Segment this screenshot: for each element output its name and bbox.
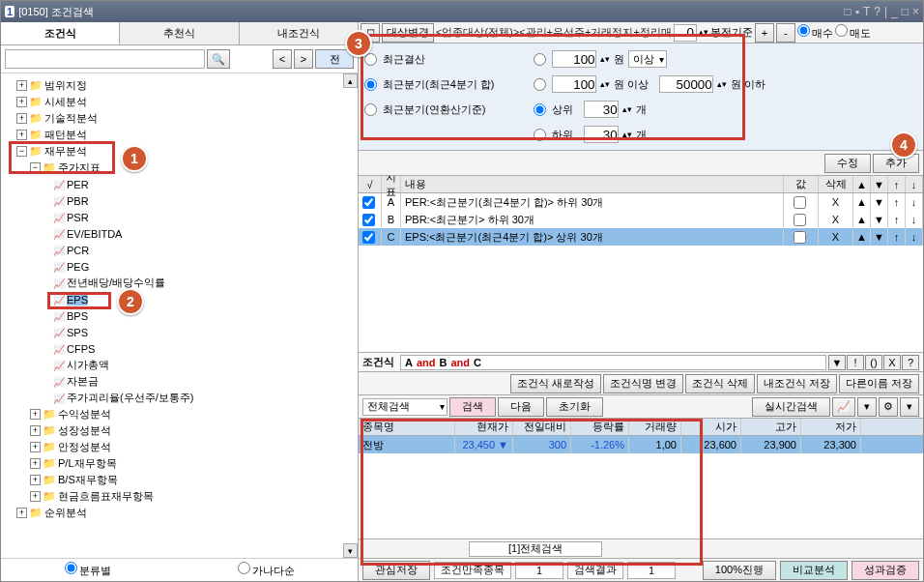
botn-input[interactable] [584, 126, 619, 143]
sort-alpha[interactable]: 가나다순 [238, 562, 295, 578]
rename-condition-button[interactable]: 조건식명 변경 [603, 374, 683, 393]
search-icon[interactable]: 🔍 [207, 49, 230, 69]
delete-icon[interactable]: X [819, 228, 853, 246]
compare-combo[interactable]: 이상 [628, 50, 667, 68]
tab-condition[interactable]: 조건식 [1, 22, 120, 44]
chart-icon [53, 245, 67, 256]
buy-radio[interactable]: 매수 [797, 24, 833, 41]
value-input-2b[interactable] [659, 75, 713, 93]
tree-group-technical: +기술적분석 [3, 110, 356, 127]
formula-not-icon[interactable]: ! [847, 355, 864, 370]
target-change-button[interactable]: 대상변경 [382, 23, 434, 43]
wc-2[interactable]: T [863, 5, 870, 18]
period-recent-close[interactable]: 최근결산 [364, 49, 495, 69]
value-input-1[interactable] [552, 50, 596, 68]
folder-icon [43, 441, 58, 453]
reset-button[interactable]: 초기화 [546, 397, 603, 417]
folder-icon [29, 79, 44, 92]
next-button[interactable]: > [294, 49, 313, 69]
chart-icon [53, 195, 67, 207]
sort-category[interactable]: 분류별 [65, 562, 111, 578]
target-path-bar: ◻ 대상변경 <업종대상(전체)><관리+우선주+거래정지+정리매 ▴▾ 봉전기… [359, 22, 923, 44]
minus-button[interactable]: - [776, 23, 795, 43]
delete-icon[interactable]: X [819, 211, 853, 228]
wc-1[interactable]: ▪ [855, 5, 859, 18]
wc-4[interactable]: | [884, 5, 887, 18]
formula-label: 조건식 [362, 355, 394, 369]
results-row[interactable]: 전방 23,450 ▼ 300 -1.26% 1,00 23,600 23,90… [359, 436, 923, 453]
gear-dd-icon[interactable]: ▾ [900, 397, 919, 417]
up-icon[interactable]: ▲ [853, 193, 871, 211]
tab-my-condition[interactable]: 내조건식 [240, 22, 358, 44]
window-num: 1 [5, 6, 14, 17]
bar-offset-input[interactable] [674, 24, 697, 42]
tab-recommended[interactable]: 추천식 [120, 22, 239, 44]
close-icon[interactable]: × [912, 5, 919, 18]
condition-header: √ 지표 내용 값 삭제 ▲ ▼ ↑ ↓ [359, 176, 923, 193]
formula-clear-icon[interactable]: X [883, 355, 901, 370]
tree-leaf-capital: 자본금 [3, 373, 356, 390]
condition-row-c[interactable]: C EPS:<최근분기(최근4분기 합)> 상위 30개 X ▲▼↑↓ [359, 228, 923, 246]
formula-help-icon[interactable]: ? [902, 355, 919, 370]
condition-tree[interactable]: ▴ +범위지정 +시세분석 +기술적분석 +패턴분석 −재무분석 −주가지표 P… [1, 73, 358, 558]
tree-leaf-eps: EPS [3, 291, 356, 307]
save-mycond-button[interactable]: 내조건식 저장 [757, 374, 837, 393]
formula-input[interactable]: AandBandC [400, 355, 826, 370]
realtime-button[interactable]: 실시간검색 [752, 397, 830, 417]
maximize-icon[interactable]: □ [902, 5, 909, 18]
prev-button[interactable]: < [273, 49, 292, 69]
progress-button[interactable]: 100%진행 [703, 561, 776, 580]
scroll-up-icon[interactable]: ▴ [343, 73, 358, 88]
search-button[interactable]: 검색 [449, 397, 496, 417]
scroll-down-icon[interactable]: ▾ [343, 543, 358, 558]
watchlist-save-button[interactable]: 관심저장 [362, 561, 430, 580]
results-tab-row: [1]전체검색 [359, 538, 923, 558]
verify-button[interactable]: 성과검증 [852, 561, 919, 580]
tree-leaf-pcr: PCR [3, 242, 356, 258]
badge-1: 1 [121, 145, 148, 172]
compare-button[interactable]: 비교분석 [780, 561, 848, 580]
saveas-button[interactable]: 다른이름 저장 [839, 374, 919, 393]
period-recent-4q[interactable]: 최근분기(최근4분기 합) [364, 74, 495, 94]
plus-button[interactable]: + [755, 23, 774, 43]
wc-0[interactable]: □ [844, 5, 851, 18]
bottom-bar: 관심저장 조건만족종목 1 검색결과 1 100%진행 비교분석 성과검증 [359, 558, 923, 581]
search-input[interactable] [5, 49, 205, 69]
spinner-icon[interactable]: ▴▾ [699, 28, 708, 37]
value-input-2a[interactable] [552, 75, 596, 93]
sell-radio[interactable]: 매도 [835, 24, 871, 41]
period-annualized[interactable]: 최근분기(연환산기준) [364, 100, 495, 119]
formula-paren-icon[interactable]: () [865, 355, 882, 370]
delete-condition-button[interactable]: 조건식 삭제 [685, 374, 755, 393]
tree-group-pl: +P/L재무항목 [3, 455, 356, 472]
chart-icon[interactable]: 📈 [832, 397, 855, 417]
tree-leaf-peg: PEG [3, 258, 356, 275]
condition-ops: 조건식 새로작성 조건식명 변경 조건식 삭제 내조건식 저장 다른이름 저장 [359, 372, 923, 395]
add-mod-row: 수정 추가 4 [359, 151, 923, 176]
tree-leaf-marketcap: 시가총액 [3, 357, 356, 373]
folder-icon [29, 129, 44, 141]
down-icon[interactable]: ▼ [871, 193, 888, 211]
next-page-button[interactable]: 다음 [498, 397, 544, 417]
condition-row-b[interactable]: B PBR:<최근분기> 하위 30개 X ▲▼↑↓ [359, 211, 923, 228]
right-pane: ◻ 대상변경 <업종대상(전체)><관리+우선주+거래정지+정리매 ▴▾ 봉전기… [359, 22, 923, 581]
sort-radios: 분류별 가나다순 [1, 558, 358, 581]
results-tab[interactable]: [1]전체검색 [469, 541, 602, 557]
search-scope-combo[interactable]: 전체검색 [362, 398, 448, 416]
chart-icon [53, 343, 67, 355]
folder-icon [29, 96, 44, 108]
wc-3[interactable]: ? [874, 5, 881, 18]
folder-icon [43, 457, 58, 470]
delete-icon[interactable]: X [819, 193, 853, 211]
condition-row-a[interactable]: A PER:<최근분기(최근4분기 합)> 하위 30개 X ▲▼↑↓ [359, 193, 923, 211]
search-toolbar: 🔍 < > 전 [1, 45, 358, 73]
new-condition-button[interactable]: 조건식 새로작성 [510, 374, 601, 393]
minimize-icon[interactable]: _ [891, 5, 898, 18]
chart-dd-icon[interactable]: ▾ [857, 397, 877, 417]
topn-input[interactable] [584, 101, 619, 118]
gear-icon[interactable]: ⚙ [879, 397, 898, 417]
chart-icon [53, 228, 67, 240]
modify-button[interactable]: 수정 [824, 154, 871, 173]
formula-dropdown-icon[interactable]: ▼ [828, 355, 846, 370]
tree-group-range: +범위지정 [3, 77, 356, 94]
